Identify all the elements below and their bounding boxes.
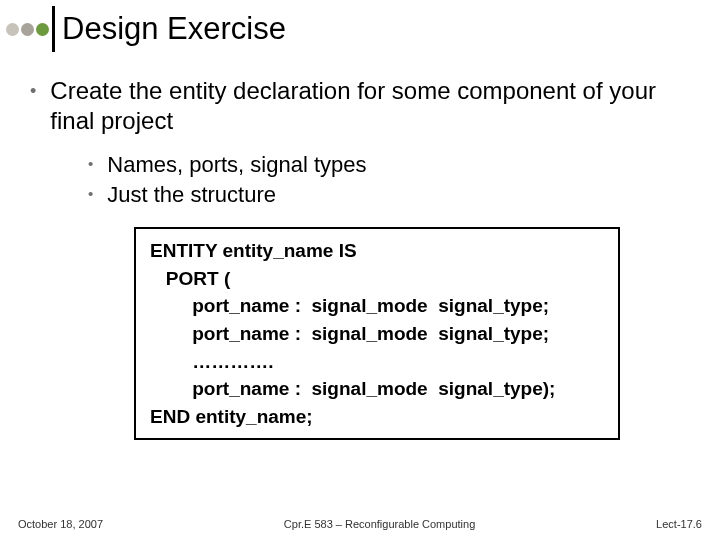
bullet-level2: • Just the structure [88, 180, 660, 210]
footer-course: Cpr.E 583 – Reconfigurable Computing [284, 518, 475, 530]
bullet-icon: • [88, 180, 93, 208]
slide-footer: October 18, 2007 Cpr.E 583 – Reconfigura… [0, 518, 720, 530]
dot-icon [6, 23, 19, 36]
title-divider [52, 6, 55, 52]
bullet-icon: • [88, 150, 93, 178]
title-dots [6, 23, 49, 36]
footer-date: October 18, 2007 [18, 518, 103, 530]
bullet-level1: • Create the entity declaration for some… [30, 76, 660, 136]
code-block: ENTITY entity_name IS PORT ( port_name :… [134, 227, 620, 440]
slide-body: • Create the entity declaration for some… [0, 52, 720, 440]
bullet-text: Just the structure [107, 180, 276, 210]
bullet-level2: • Names, ports, signal types [88, 150, 660, 180]
dot-icon [36, 23, 49, 36]
slide: Design Exercise • Create the entity decl… [0, 0, 720, 540]
bullet-text: Names, ports, signal types [107, 150, 366, 180]
sublist: • Names, ports, signal types • Just the … [88, 150, 660, 209]
bullet-text: Create the entity declaration for some c… [50, 76, 660, 136]
page-title: Design Exercise [62, 11, 286, 47]
dot-icon [21, 23, 34, 36]
footer-page: Lect-17.6 [656, 518, 702, 530]
bullet-icon: • [30, 76, 36, 106]
title-row: Design Exercise [0, 0, 720, 52]
